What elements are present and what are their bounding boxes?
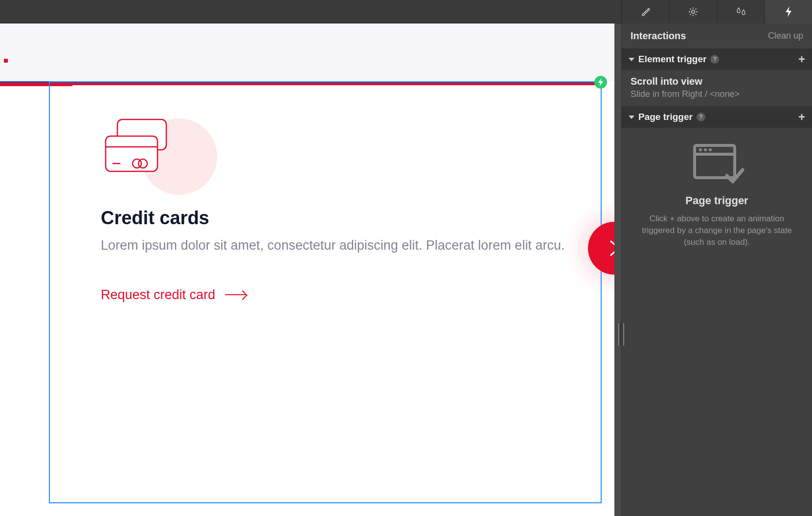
element-trigger-section-head[interactable]: Element trigger ? + bbox=[622, 48, 812, 70]
page-trigger-section-head[interactable]: Page trigger ? + bbox=[622, 106, 812, 128]
help-icon[interactable]: ? bbox=[710, 55, 719, 64]
page-window-icon bbox=[688, 141, 746, 186]
selection-outline bbox=[49, 81, 602, 503]
trigger-subtitle: Slide in from Right / <none> bbox=[631, 89, 803, 99]
cleanup-button[interactable]: Clean up bbox=[768, 31, 803, 41]
element-trigger-item[interactable]: Scroll into view Slide in from Right / <… bbox=[622, 70, 812, 106]
droplets-icon bbox=[735, 6, 747, 17]
svg-point-5 bbox=[704, 148, 707, 151]
empty-state-desc: Click + above to create an animation tri… bbox=[634, 213, 799, 248]
scrollbar-handle[interactable] bbox=[618, 323, 624, 346]
element-trigger-label: Element trigger bbox=[638, 54, 706, 65]
bolt-icon bbox=[598, 78, 604, 86]
svg-point-6 bbox=[709, 148, 712, 151]
tab-style[interactable] bbox=[622, 0, 669, 23]
empty-state-title: Page trigger bbox=[634, 194, 799, 207]
tab-settings[interactable] bbox=[669, 0, 717, 23]
svg-point-4 bbox=[699, 148, 702, 151]
canvas-area: Credit cards Lorem ipsum dolor sit amet,… bbox=[0, 23, 621, 516]
panel-title: Interactions bbox=[631, 30, 686, 42]
right-tab-strip bbox=[621, 0, 812, 23]
page-trigger-label: Page trigger bbox=[638, 112, 693, 122]
canvas[interactable]: Credit cards Lorem ipsum dolor sit amet,… bbox=[0, 23, 614, 516]
canvas-marker-dot bbox=[4, 59, 8, 63]
bolt-icon bbox=[784, 6, 793, 18]
svg-point-1 bbox=[692, 10, 695, 13]
gear-icon bbox=[688, 6, 699, 17]
collapse-triangle-icon bbox=[629, 58, 634, 61]
tab-effects[interactable] bbox=[717, 0, 765, 23]
trigger-title: Scroll into view bbox=[631, 76, 803, 87]
brush-icon bbox=[640, 6, 651, 17]
tab-interactions[interactable] bbox=[765, 0, 812, 23]
add-element-trigger-button[interactable]: + bbox=[798, 53, 805, 65]
interaction-badge[interactable] bbox=[594, 76, 607, 89]
collapse-triangle-icon bbox=[629, 116, 634, 119]
panel-header: Interactions Clean up bbox=[622, 23, 812, 48]
add-page-trigger-button[interactable]: + bbox=[798, 111, 805, 123]
page-trigger-empty-state: Page trigger Click + above to create an … bbox=[622, 128, 812, 261]
interactions-panel: Interactions Clean up Element trigger ? … bbox=[621, 23, 812, 516]
help-icon[interactable]: ? bbox=[697, 113, 705, 121]
canvas-grey-header bbox=[0, 23, 614, 81]
chevron-right-icon bbox=[606, 238, 614, 258]
